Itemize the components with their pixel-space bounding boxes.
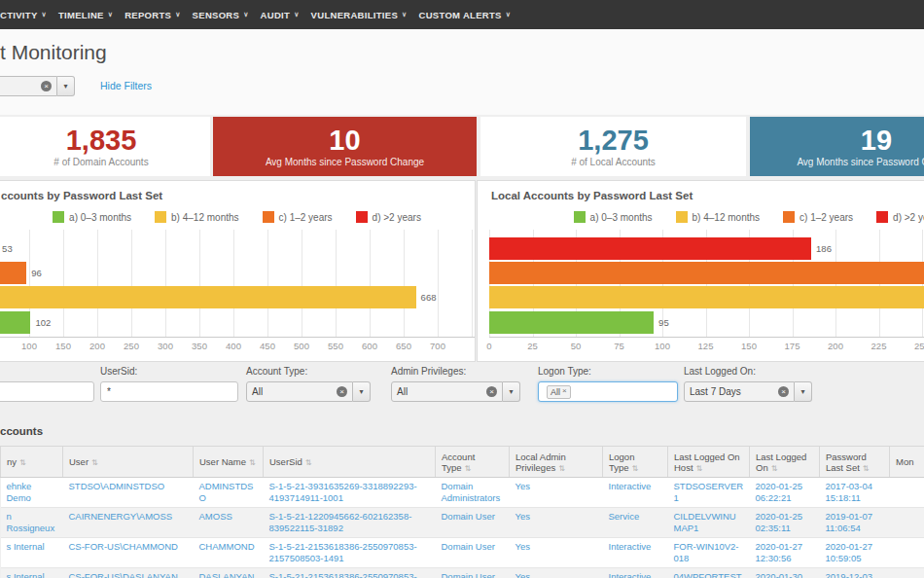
table-cell[interactable]: 04WPFORTEST-VM- [668, 568, 750, 578]
summary-card[interactable]: 10Avg Months since Password Change [213, 117, 477, 176]
table-cell[interactable]: S-1-5-21-3931635269-3318892293-419371491… [264, 478, 436, 508]
table-cell[interactable]: Yes [510, 538, 603, 568]
clear-icon[interactable]: × [337, 386, 347, 397]
summary-card[interactable]: 19Avg Months since Password Change [750, 117, 924, 176]
table-cell[interactable]: S-1-5-21-1220945662-602162358-839522115-… [264, 508, 436, 538]
column-header-ny[interactable]: ny⇅ [1, 447, 63, 478]
filter-tag-input[interactable]: All× [538, 381, 678, 402]
column-header-user-name[interactable]: User Name⇅ [194, 447, 264, 478]
filter-text-input[interactable] [0, 381, 94, 402]
table-cell[interactable]: S-1-5-21-2153618386-2550970853-215750850… [264, 538, 436, 568]
chart-bar[interactable] [0, 311, 30, 334]
legend-item[interactable]: a) 0–3 months [53, 211, 131, 223]
filter-combo[interactable]: All×▾ [391, 381, 520, 402]
filter-text-input[interactable] [100, 381, 238, 402]
hide-filters-link[interactable]: Hide Filters [100, 80, 152, 91]
legend-label: a) 0–3 months [69, 212, 131, 223]
table-cell[interactable]: Yes [510, 568, 603, 578]
legend-item[interactable]: d) >2 years [876, 211, 924, 223]
filter-combo[interactable]: Last 7 Days×▾ [684, 381, 812, 402]
clear-icon[interactable]: × [41, 81, 52, 91]
table-cell[interactable]: 2017-03-04 15:18:11 [820, 478, 890, 508]
legend-item[interactable]: b) 4–12 months [676, 211, 761, 223]
table-cell[interactable]: Domain Administrators [436, 478, 510, 508]
table-cell[interactable]: Domain User [436, 568, 510, 578]
dropdown-icon[interactable]: ▾ [57, 76, 75, 96]
table-cell[interactable]: Yes [510, 478, 603, 508]
filter-combo[interactable]: All×▾ [246, 381, 371, 402]
column-header-account-type[interactable]: Account Type⇅ [436, 447, 510, 478]
chart-bar[interactable] [0, 262, 26, 284]
table-cell[interactable]: CS-FOR-US\CHAMMOND [63, 538, 194, 568]
nav-item-label: CTIVITY [0, 10, 38, 20]
legend-item[interactable]: c) 1–2 years [783, 211, 853, 223]
gridline [233, 230, 234, 337]
column-header-last-logged-on[interactable]: Last Logged On⇅ [750, 447, 820, 478]
tag-remove-icon[interactable]: × [562, 387, 567, 395]
table-cell[interactable]: Interactive [603, 538, 668, 568]
table-cell[interactable]: CAIRNENERGY\AMOSS [63, 508, 194, 538]
table-cell[interactable]: DASLANYAN [194, 568, 264, 578]
summary-card[interactable]: 1,275# of Local Accounts [480, 117, 746, 176]
table-cell[interactable]: s Internal [1, 538, 63, 568]
sort-icon: ⇅ [771, 464, 778, 473]
column-header-usersid[interactable]: UserSid⇅ [264, 447, 436, 478]
table-cell[interactable]: S-1-5-21-2153618386-2550970853-215750850… [264, 568, 436, 578]
chart-bar[interactable] [489, 262, 924, 284]
column-header-user[interactable]: User⇅ [63, 447, 194, 478]
chart-bar[interactable] [489, 286, 924, 308]
legend-item[interactable]: d) >2 years [356, 211, 421, 223]
global-filter-combo[interactable]: × ▾ [0, 76, 75, 96]
column-header-password-last-set[interactable]: Password Last Set⇅ [820, 447, 890, 478]
dropdown-icon[interactable]: ▾ [503, 381, 520, 402]
clear-icon[interactable]: × [778, 386, 789, 397]
filter-label: Last Logged On: [684, 366, 756, 377]
legend-item[interactable]: a) 0–3 months [574, 211, 653, 223]
table-cell[interactable]: AMOSS [194, 508, 264, 538]
nav-item-vulnerabilities[interactable]: VULNERABILITIES∨ [311, 10, 408, 20]
table-cell[interactable]: Service [603, 508, 668, 538]
nav-item-timeline[interactable]: TIMELINE∨ [58, 10, 113, 20]
table-cell[interactable]: s Internal [1, 568, 63, 578]
column-header-last-logged-on-host[interactable]: Last Logged On Host⇅ [668, 447, 750, 478]
table-cell[interactable]: Interactive [603, 568, 668, 578]
table-cell[interactable]: 2019-01-07 11:06:54 [820, 508, 890, 538]
legend-item[interactable]: b) 4–12 months [155, 211, 239, 223]
table-cell[interactable]: 2020-01-30 21:17:40 [750, 568, 820, 578]
chart-bar[interactable] [489, 311, 654, 334]
table-cell[interactable]: CILDELVWINUMAP1 [668, 508, 750, 538]
gridline [63, 230, 64, 337]
legend-item[interactable]: c) 1–2 years [263, 211, 333, 223]
table-cell[interactable]: Yes [510, 508, 603, 538]
nav-item-sensors[interactable]: SENSORS∨ [193, 10, 249, 20]
table-cell[interactable]: 2020-01-27 10:59:05 [820, 538, 890, 568]
table-cell[interactable]: CHAMMOND [194, 538, 264, 568]
table-cell[interactable]: FOR-WIN10V2-018 [668, 538, 750, 568]
table-cell[interactable]: Domain User [436, 538, 510, 568]
table-cell[interactable]: STDSO\ADMINSTDSO [63, 478, 194, 508]
column-header-logon-type[interactable]: Logon Type⇅ [603, 447, 668, 478]
nav-item-custom-alerts[interactable]: CUSTOM ALERTS∨ [419, 10, 512, 20]
chart-bar[interactable] [489, 237, 811, 260]
column-header-mon: Mon [890, 447, 924, 478]
table-cell[interactable]: 2020-01-27 12:30:56 [750, 538, 820, 568]
clear-icon[interactable]: × [486, 386, 497, 397]
table-cell[interactable]: Domain User [436, 508, 510, 538]
nav-item-audit[interactable]: AUDIT∨ [261, 10, 300, 20]
table-cell[interactable]: CS-FOR-US\DASLANYAN [63, 568, 194, 578]
summary-card[interactable]: 1,835# of Domain Accounts [0, 117, 210, 176]
table-cell[interactable]: STDSOSERVER1 [668, 478, 750, 508]
table-cell[interactable]: ADMINSTDSO [194, 478, 264, 508]
table-cell[interactable]: 2019-12-03 18:29:41 [820, 568, 890, 578]
dropdown-icon[interactable]: ▾ [353, 381, 371, 402]
table-cell[interactable]: ehnke Demo [1, 478, 63, 508]
dropdown-icon[interactable]: ▾ [795, 381, 812, 402]
nav-item-ctivity[interactable]: CTIVITY∨ [0, 10, 47, 20]
chart-bar[interactable] [0, 286, 416, 308]
column-header-local-admin-privileges[interactable]: Local Admin Privileges⇅ [510, 447, 603, 478]
table-cell[interactable]: 2020-01-25 02:35:11 [750, 508, 820, 538]
table-cell[interactable]: Interactive [603, 478, 668, 508]
table-cell[interactable]: 2020-01-25 06:22:21 [750, 478, 820, 508]
nav-item-reports[interactable]: REPORTS∨ [124, 10, 180, 20]
table-cell[interactable]: n Rossigneux [1, 508, 63, 538]
